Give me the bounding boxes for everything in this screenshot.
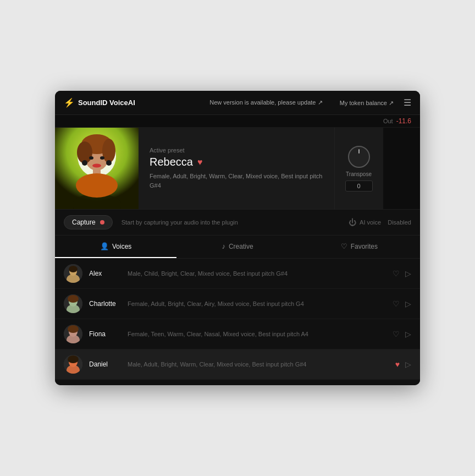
transpose-label: Transpose	[346, 171, 372, 177]
voice-avatar	[64, 264, 82, 283]
voice-avatar	[64, 355, 82, 374]
svg-point-16	[69, 266, 78, 272]
voice-name: Daniel	[89, 360, 128, 368]
voices-icon: 👤	[100, 242, 109, 250]
out-label: Out	[383, 118, 393, 124]
voice-tags: Female, Teen, Warm, Clear, Nasal, Mixed …	[128, 331, 393, 337]
svg-point-10	[106, 160, 112, 166]
creative-icon: ♪	[222, 242, 225, 250]
svg-point-6	[102, 139, 115, 163]
play-button[interactable]: ▷	[405, 330, 411, 338]
heart-button[interactable]: ♡	[393, 269, 400, 278]
svg-point-24	[68, 325, 79, 333]
token-balance[interactable]: My token balance ↗	[340, 99, 394, 106]
artist-image	[55, 128, 139, 209]
voice-row[interactable]: AlexMale, Child, Bright, Clear, Mixed vo…	[55, 259, 420, 289]
artist-svg	[55, 128, 139, 209]
ai-voice-label: AI voice	[360, 219, 381, 226]
out-value: -11.6	[396, 117, 411, 125]
logo-icon: ⚡	[64, 97, 75, 108]
heart-button[interactable]: ♡	[393, 299, 400, 308]
voice-actions: ♥▷	[395, 360, 411, 369]
voice-name: Alex	[89, 270, 128, 277]
transpose-knob[interactable]	[348, 146, 370, 168]
main-content: Active preset Rebecca ♥ Female, Adult, B…	[55, 128, 420, 209]
voice-tags: Male, Adult, Bright, Warm, Clear, Mixed …	[128, 361, 395, 368]
tab-favorites[interactable]: ♡ Favorites	[299, 236, 420, 258]
svg-point-9	[82, 160, 87, 166]
svg-point-28	[68, 355, 79, 363]
right-panel	[383, 128, 420, 209]
heart-button[interactable]: ♥	[395, 360, 400, 369]
voice-avatar	[64, 294, 82, 313]
voice-row[interactable]: FionaFemale, Teen, Warm, Clear, Nasal, M…	[55, 319, 420, 349]
tab-creative[interactable]: ♪ Creative	[176, 236, 298, 258]
voice-row[interactable]: KeishaFemale, Adult, Warm, Clear, Head v…	[55, 380, 420, 385]
tab-voices[interactable]: 👤 Voices	[55, 236, 176, 258]
play-button[interactable]: ▷	[405, 269, 411, 278]
voice-name: Fiona	[89, 330, 128, 338]
artist-image-inner	[55, 128, 139, 209]
ai-voice-status: Disabled	[388, 219, 411, 226]
transpose-panel: Transpose 0	[334, 128, 383, 209]
voice-actions: ♡▷	[393, 269, 411, 278]
voice-row[interactable]: CharlotteFemale, Adult, Bright, Clear, A…	[55, 289, 420, 319]
capture-dot	[100, 220, 104, 225]
header-right: My token balance ↗ ☰	[397, 97, 411, 108]
active-preset-label: Active preset	[150, 147, 323, 154]
voice-tags: Female, Adult, Bright, Clear, Airy, Mixe…	[128, 300, 393, 307]
preset-info: Active preset Rebecca ♥ Female, Adult, B…	[139, 128, 334, 209]
play-button[interactable]: ▷	[405, 360, 411, 369]
voice-name: Charlotte	[89, 300, 128, 308]
transpose-value[interactable]: 0	[345, 180, 373, 192]
voice-row[interactable]: DanielMale, Adult, Bright, Warm, Clear, …	[55, 349, 420, 380]
logo: ⚡ SoundID VoiceAI	[64, 97, 135, 108]
preset-heart[interactable]: ♥	[197, 157, 203, 167]
out-bar: Out -11.6	[55, 115, 420, 128]
tabs: 👤 Voices ♪ Creative ♡ Favorites	[55, 236, 420, 259]
capture-label: Capture	[72, 218, 96, 226]
svg-point-20	[68, 295, 79, 303]
menu-icon[interactable]: ☰	[404, 97, 411, 108]
capture-hint: Start by capturing your audio into the p…	[121, 219, 349, 226]
app-window: ⚡ SoundID VoiceAI New version is availab…	[55, 91, 420, 385]
preset-name: Rebecca ♥	[150, 156, 323, 168]
favorites-icon: ♡	[341, 242, 347, 250]
svg-point-12	[89, 156, 93, 160]
voice-actions: ♡▷	[393, 330, 411, 338]
ai-voice-toggle[interactable]: ⏻ AI voice Disabled	[349, 218, 411, 227]
capture-button[interactable]: Capture	[64, 215, 113, 229]
voice-avatar	[64, 325, 82, 343]
play-button[interactable]: ▷	[405, 299, 411, 308]
capture-bar: Capture Start by capturing your audio in…	[55, 209, 420, 236]
preset-tags: Female, Adult, Bright, Warm, Clear, Mixe…	[150, 172, 323, 190]
heart-button[interactable]: ♡	[393, 330, 400, 338]
power-icon: ⏻	[349, 218, 356, 227]
voice-list: AlexMale, Child, Bright, Clear, Mixed vo…	[55, 259, 420, 385]
svg-point-13	[100, 156, 104, 160]
svg-point-11	[92, 164, 101, 168]
logo-text: SoundID VoiceAI	[78, 99, 135, 107]
voice-actions: ♡▷	[393, 299, 411, 308]
voice-tags: Male, Child, Bright, Clear, Mixed voice,…	[128, 270, 393, 277]
svg-point-8	[76, 173, 118, 198]
header: ⚡ SoundID VoiceAI New version is availab…	[55, 91, 420, 115]
